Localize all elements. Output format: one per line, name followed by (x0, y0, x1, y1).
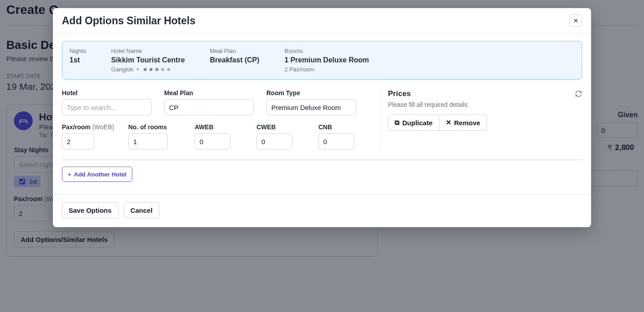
option-aweb-input[interactable] (195, 133, 231, 149)
summary-hotel-value: Sikkim Tourist Centre (111, 56, 185, 64)
cweb-field-label: CWEB (257, 123, 306, 131)
room-type-field-label: Room Type (266, 89, 356, 97)
summary-hotel-label: Hotel Name (111, 48, 185, 54)
add-options-modal: Add Options Similar Hotels ✕ Nights 1st … (53, 8, 591, 227)
remove-button[interactable]: ✕ Remove (439, 114, 487, 131)
aweb-field-label: AWEB (195, 123, 244, 131)
modal-overlay: Add Options Similar Hotels ✕ Nights 1st … (0, 0, 644, 312)
summary-nights-label: Nights (70, 48, 86, 54)
plus-icon: + (68, 171, 71, 178)
summary-rooms-value: 1 Premium Deluxe Room (284, 56, 369, 64)
summary-nights-value: 1st (70, 56, 86, 64)
save-options-button[interactable]: Save Options (62, 202, 118, 218)
close-icon: ✕ (446, 119, 452, 127)
divider (62, 159, 582, 160)
room-type-select[interactable] (266, 99, 356, 115)
modal-close-button[interactable]: ✕ (570, 14, 582, 27)
pax-field-suffix: (WoEB) (92, 123, 114, 131)
option-pax-input[interactable] (62, 133, 94, 149)
summary-rooms-label: Rooms (284, 48, 369, 54)
summary-hotel-city: Gangtok (111, 66, 133, 73)
summary-meal-label: Meal Plan (210, 48, 259, 54)
cancel-button[interactable]: Cancel (124, 202, 159, 218)
option-form: Hotel Meal Plan Room Type (62, 89, 371, 149)
add-another-hotel-button[interactable]: + Add Another Hotel (62, 167, 132, 182)
duplicate-button[interactable]: ⧉ Duplicate (388, 114, 439, 131)
close-icon: ✕ (573, 17, 579, 24)
prices-panel: Prices Please fill all required details … (380, 89, 582, 149)
hotel-search-input[interactable] (62, 99, 152, 115)
refresh-icon[interactable] (575, 90, 582, 97)
prices-sub: Please fill all required details (388, 101, 582, 108)
hotel-field-label: Hotel (62, 89, 152, 97)
prices-title: Prices (388, 89, 411, 98)
meal-field-label: Meal Plan (164, 89, 254, 97)
star-rating-icon: ★★★★★ (143, 66, 172, 73)
cnb-field-label: CNB (318, 123, 368, 131)
modal-title: Add Options Similar Hotels (62, 15, 196, 27)
rooms-field-label: No. of rooms (128, 123, 182, 131)
duplicate-icon: ⧉ (395, 119, 400, 127)
option-rooms-input[interactable] (128, 133, 168, 149)
option-cweb-input[interactable] (257, 133, 292, 149)
dot-separator: • (137, 66, 139, 73)
summary-rooms-sub: 2 Pax/room (284, 66, 369, 73)
pax-field-label: Pax/room (WoEB) (62, 123, 116, 131)
meal-plan-select[interactable] (164, 99, 254, 115)
summary-meal-value: Breakfast (CP) (210, 56, 259, 64)
quote-summary-card: Nights 1st Hotel Name Sikkim Tourist Cen… (62, 41, 582, 79)
option-cnb-input[interactable] (318, 133, 354, 149)
